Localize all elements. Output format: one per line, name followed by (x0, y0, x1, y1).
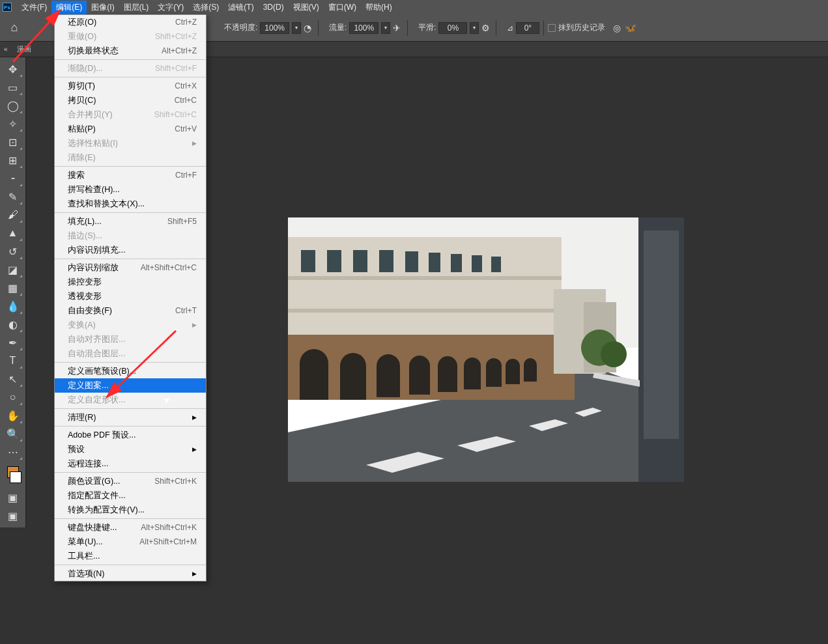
screen-mode-icon[interactable]: ▣ (3, 507, 23, 525)
menu-item[interactable]: 键盘快捷键...Alt+Shift+Ctrl+K (55, 520, 206, 535)
menu-item[interactable]: 颜色设置(G)...Shift+Ctrl+K (55, 474, 206, 488)
menu-item[interactable]: 拼写检查(H)... (55, 182, 206, 197)
menu-item-label: 粘贴(P) (68, 124, 96, 135)
pressure-opacity-icon[interactable]: ◔ (301, 21, 314, 35)
shape-tool[interactable]: ○ (3, 388, 23, 406)
menu-select[interactable]: 选择(S) (188, 1, 223, 14)
menu-filter[interactable]: 滤镜(T) (223, 1, 258, 14)
smooth-dropdown[interactable]: ▾ (470, 22, 479, 34)
submenu-arrow-icon: ▶ (192, 322, 197, 328)
menu-item-label: 工具栏... (68, 551, 100, 562)
menu-item[interactable]: 自由变换(F)Ctrl+T (55, 303, 206, 318)
pen-tool[interactable]: ✒ (3, 333, 23, 352)
svg-rect-7 (644, 231, 679, 439)
menu-item[interactable]: 透视变形 (55, 289, 206, 303)
menu-item[interactable]: 远程连接... (55, 456, 206, 471)
menu-shortcut: Shift+F5 (167, 217, 197, 226)
menu-bar: Ps 文件(F) 编辑(E) 图像(I) 图层(L) 文字(Y) 选择(S) 滤… (0, 0, 828, 14)
menu-item[interactable]: 填充(L)...Shift+F5 (55, 214, 206, 229)
brush-tool[interactable]: 🖌 (3, 206, 23, 224)
marquee-tool[interactable]: ▭ (3, 78, 23, 96)
lasso-tool[interactable]: ◯ (3, 96, 23, 115)
tablet-pressure-icon[interactable]: ◎ (610, 21, 623, 35)
menu-item-label: 渐隐(D)... (68, 63, 103, 74)
menu-item[interactable]: 内容识别填充... (55, 243, 206, 257)
menu-item[interactable]: Adobe PDF 预设... (55, 428, 206, 442)
menu-window[interactable]: 窗口(W) (324, 1, 361, 14)
menu-item[interactable]: 菜单(U)...Alt+Shift+Ctrl+M (55, 535, 206, 549)
menu-item[interactable]: 清理(R)▶ (55, 410, 206, 425)
airbrush-icon[interactable]: ✈ (390, 21, 403, 35)
menu-item[interactable]: 切换最终状态Alt+Ctrl+Z (55, 44, 206, 58)
history-checkbox[interactable]: 抹到历史记录 (548, 22, 605, 33)
flow-dropdown[interactable]: ▾ (381, 22, 390, 34)
symmetry-icon[interactable]: 🦋 (623, 21, 636, 35)
menu-view[interactable]: 视图(V) (289, 1, 324, 14)
opacity-value[interactable]: 100% (260, 22, 289, 34)
menu-item[interactable]: 工具栏... (55, 549, 206, 563)
eyedropper-tool[interactable]: ⁃ (3, 169, 23, 188)
tab-scroll-left[interactable]: « (4, 46, 8, 53)
eraser-tool[interactable]: ◪ (3, 260, 23, 279)
menu-item[interactable]: 拷贝(C)Ctrl+C (55, 93, 206, 107)
menu-item[interactable]: 剪切(T)Ctrl+X (55, 79, 206, 93)
menu-help[interactable]: 帮助(H) (361, 1, 397, 14)
dodge-tool[interactable]: ◐ (3, 315, 23, 333)
menu-item[interactable]: 内容识别缩放Alt+Shift+Ctrl+C (55, 260, 206, 275)
menu-layer[interactable]: 图层(L) (119, 1, 154, 14)
menu-image[interactable]: 图像(I) (87, 1, 119, 14)
menu-item[interactable]: 预设▶ (55, 442, 206, 456)
move-tool[interactable]: ✥ (3, 60, 23, 78)
opacity-dropdown[interactable]: ▾ (292, 22, 301, 34)
background-color-swatch[interactable] (10, 471, 21, 483)
submenu-arrow-icon: ▶ (192, 414, 197, 421)
menu-item: 选择性粘贴(I)▶ (55, 136, 206, 150)
frame-tool[interactable]: ⊞ (3, 151, 23, 169)
quick-mask-icon[interactable]: ▣ (3, 488, 23, 507)
menu-item-label: 清理(R) (68, 412, 96, 423)
menu-separator (55, 565, 206, 565)
menu-item[interactable]: 首选项(N)▶ (55, 567, 206, 581)
gradient-tool[interactable]: ▦ (3, 279, 23, 297)
more-tools[interactable]: ⋯ (3, 443, 23, 461)
blur-tool[interactable]: 💧 (3, 297, 23, 315)
document-tab[interactable]: 漫画 (12, 42, 36, 56)
type-tool[interactable]: T (3, 352, 23, 370)
menu-item[interactable]: 转换为配置文件(V)... (55, 503, 206, 517)
hand-tool[interactable]: ✋ (3, 406, 23, 425)
history-brush-tool[interactable]: ↺ (3, 242, 23, 260)
healing-brush-tool[interactable]: ✎ (3, 188, 23, 206)
menu-separator (55, 166, 206, 167)
menu-separator (55, 59, 206, 60)
menu-item-label: 内容识别缩放 (68, 262, 119, 273)
menu-item[interactable]: 指定配置文件... (55, 488, 206, 503)
menu-item[interactable]: 粘贴(P)Ctrl+V (55, 122, 206, 136)
menu-item[interactable]: 还原(O)Ctrl+Z (55, 15, 206, 29)
menu-3d[interactable]: 3D(D) (259, 1, 289, 13)
flow-value[interactable]: 100% (349, 22, 378, 34)
menu-file[interactable]: 文件(F) (17, 1, 51, 14)
magic-wand-tool[interactable]: ✧ (3, 115, 23, 133)
menu-shortcut: Shift+Ctrl+C (154, 110, 197, 119)
menu-separator (55, 77, 206, 77)
menu-item-label: 转换为配置文件(V)... (68, 505, 145, 516)
menu-item[interactable]: 查找和替换文本(X)... (55, 197, 206, 211)
menu-type[interactable]: 文字(Y) (153, 1, 188, 14)
menu-item[interactable]: 定义图案... (55, 378, 206, 393)
angle-value[interactable]: 0° (516, 22, 539, 34)
menu-item-label: 远程连接... (68, 458, 108, 469)
smooth-value[interactable]: 0% (438, 22, 467, 34)
document-image[interactable] (288, 217, 684, 482)
home-button[interactable]: ⌂ (4, 18, 25, 38)
smooth-gear-icon[interactable]: ⚙ (479, 21, 492, 35)
menu-shortcut: Alt+Shift+Ctrl+M (139, 537, 197, 546)
menu-item[interactable]: 操控变形 (55, 275, 206, 289)
path-select-tool[interactable]: ↖ (3, 370, 23, 388)
menu-edit[interactable]: 编辑(E) (51, 1, 87, 14)
crop-tool[interactable]: ⊡ (3, 133, 23, 151)
clone-stamp-tool[interactable]: ▲ (3, 224, 23, 242)
zoom-tool[interactable]: 🔍 (3, 425, 23, 443)
menu-item[interactable]: 定义画笔预设(B)... (55, 364, 206, 378)
menu-item[interactable]: 搜索Ctrl+F (55, 168, 206, 182)
menu-separator (55, 518, 206, 519)
